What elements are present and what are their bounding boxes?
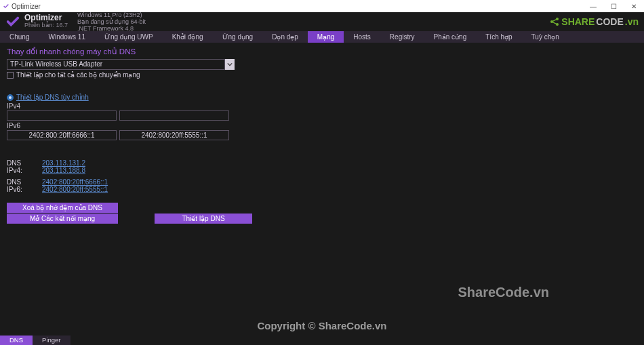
app-header: Optimizer Phiên bản: 16.7 Windows 11 Pro… bbox=[0, 12, 644, 31]
tab-dọn-dẹp[interactable]: Dọn dẹp bbox=[262, 31, 308, 43]
current-ipv6-value-0[interactable]: 2402:800:20ff:6666::1 bbox=[42, 178, 108, 186]
tab-tuỳ-chọn[interactable]: Tuỳ chọn bbox=[522, 31, 569, 43]
app-name: Optimizer bbox=[24, 14, 68, 22]
logo-check-icon bbox=[5, 14, 20, 29]
bottom-tab-pinger[interactable]: Pinger bbox=[33, 336, 70, 345]
tab-hosts[interactable]: Hosts bbox=[344, 31, 380, 43]
all-adapters-checkbox[interactable] bbox=[7, 72, 14, 79]
all-adapters-label: Thiết lập cho tất cả các bộ chuyển mạng bbox=[16, 71, 140, 79]
watermark-copyright: Copyright © ShareCode.vn bbox=[0, 320, 644, 331]
adapter-select[interactable]: TP-Link Wireless USB Adapter bbox=[7, 59, 225, 70]
tab-registry[interactable]: Registry bbox=[380, 31, 424, 43]
minimize-button[interactable]: — bbox=[583, 3, 603, 10]
share-icon bbox=[549, 16, 560, 27]
sys-arch: Bạn đang sử dụng 64-bit bbox=[77, 18, 146, 25]
close-button[interactable]: ✕ bbox=[624, 3, 644, 10]
main-tabs: ChungWindows 11Ứng dụng UWPKhởi độngỨng … bbox=[0, 31, 644, 43]
system-info: Windows 11 Pro (23H2) Bạn đang sử dụng 6… bbox=[77, 12, 146, 32]
section-title: Thay đổi nhanh chóng máy chủ DNS bbox=[7, 47, 637, 56]
ipv6-label: IPv6 bbox=[7, 122, 637, 129]
brand-logo: SHARECODE.vn bbox=[549, 16, 639, 27]
custom-dns-radio[interactable] bbox=[7, 94, 14, 101]
flush-dns-button[interactable]: Xoá bộ nhớ đệm của DNS bbox=[7, 203, 118, 213]
tab-mạng[interactable]: Mạng bbox=[308, 31, 344, 43]
bottom-tabs: DNSPinger bbox=[0, 336, 71, 345]
tab-content-network: Thay đổi nhanh chóng máy chủ DNS TP-Link… bbox=[0, 43, 644, 228]
adapter-dropdown-button[interactable] bbox=[225, 59, 235, 70]
ipv6-input-secondary[interactable] bbox=[119, 130, 229, 140]
app-window-icon bbox=[3, 3, 9, 9]
tab-chung[interactable]: Chung bbox=[0, 31, 39, 43]
watermark-brand: ShareCode.vn bbox=[458, 285, 549, 300]
tab-phần-cứng[interactable]: Phần cứng bbox=[424, 31, 477, 43]
bottom-tab-dns[interactable]: DNS bbox=[0, 336, 33, 345]
custom-dns-label[interactable]: Thiết lập DNS tùy chỉnh bbox=[16, 94, 89, 101]
current-ipv6-value-1[interactable]: 2402:800:20ff:5555::1 bbox=[42, 186, 108, 193]
window-title: Optimizer bbox=[12, 3, 41, 10]
tab-ứng-dụng-uwp[interactable]: Ứng dụng UWP bbox=[95, 31, 163, 43]
sys-os: Windows 11 Pro (23H2) bbox=[77, 12, 146, 18]
current-ipv4-value-0[interactable]: 203.113.131.2 bbox=[42, 159, 85, 167]
ipv4-input-secondary[interactable] bbox=[119, 110, 229, 121]
current-dns-block: DNS IPv4: 203.113.131.2203.113.188.8 DNS… bbox=[7, 159, 637, 193]
current-ipv6-label: DNS IPv6: bbox=[7, 178, 38, 193]
maximize-button[interactable]: ☐ bbox=[603, 3, 624, 10]
ipv4-label: IPv4 bbox=[7, 102, 637, 110]
ipv4-input-primary[interactable] bbox=[7, 110, 117, 121]
chevron-down-icon bbox=[227, 62, 233, 67]
open-connections-button[interactable]: Mở Các kết nối mạng bbox=[7, 214, 118, 224]
tab-tích-hợp[interactable]: Tích hợp bbox=[476, 31, 521, 43]
tab-ứng-dụng[interactable]: Ứng dụng bbox=[213, 31, 263, 43]
current-ipv4-value-1[interactable]: 203.113.188.8 bbox=[42, 167, 85, 174]
os-titlebar: Optimizer — ☐ ✕ bbox=[0, 0, 644, 12]
app-version: Phiên bản: 16.7 bbox=[24, 22, 68, 29]
set-dns-button[interactable]: Thiết lập DNS bbox=[155, 214, 252, 224]
tab-windows-11[interactable]: Windows 11 bbox=[39, 31, 94, 43]
ipv6-input-primary[interactable] bbox=[7, 130, 117, 140]
current-ipv4-label: DNS IPv4: bbox=[7, 159, 38, 174]
tab-khởi-động[interactable]: Khởi động bbox=[163, 31, 213, 43]
app-root: Optimizer Phiên bản: 16.7 Windows 11 Pro… bbox=[0, 12, 644, 345]
